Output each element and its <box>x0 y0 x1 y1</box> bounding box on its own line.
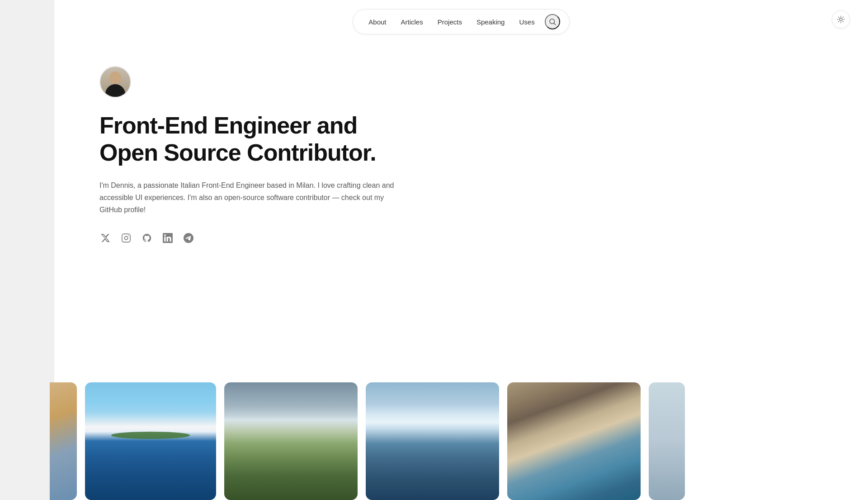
navigation: About Articles Projects Speaking Uses <box>54 0 868 39</box>
nav-item-about[interactable]: About <box>362 15 392 29</box>
photo-card-3 <box>224 382 358 500</box>
photo-strip <box>50 373 868 500</box>
instagram-icon <box>121 233 131 243</box>
photo-card-6 <box>649 382 685 500</box>
theme-toggle-button[interactable] <box>832 10 850 29</box>
avatar-body <box>105 84 125 98</box>
social-link-linkedin[interactable] <box>162 232 174 244</box>
sun-icon <box>837 15 845 24</box>
avatar-head <box>109 71 122 84</box>
svg-point-2 <box>840 18 842 21</box>
title-line-1: Front-End Engineer and <box>99 112 357 138</box>
telegram-icon <box>184 233 193 243</box>
social-links <box>99 232 416 244</box>
svg-line-10 <box>843 17 843 18</box>
svg-line-7 <box>839 17 839 18</box>
avatar <box>99 66 131 98</box>
nav-item-projects[interactable]: Projects <box>431 15 468 29</box>
svg-line-1 <box>554 23 555 24</box>
linkedin-icon <box>163 233 173 243</box>
svg-line-8 <box>843 21 843 22</box>
photo-card-4 <box>366 382 499 500</box>
photo-4-landscape <box>366 382 499 500</box>
social-link-github[interactable] <box>141 232 153 244</box>
nav-item-articles[interactable]: Articles <box>395 15 429 29</box>
svg-line-9 <box>839 21 839 22</box>
svg-point-13 <box>128 235 129 236</box>
nav-item-uses[interactable]: Uses <box>513 15 541 29</box>
svg-point-12 <box>124 236 127 239</box>
page-description: I'm Dennis, a passionate Italian Front-E… <box>99 179 407 216</box>
title-line-2: Open Source Contributor. <box>99 139 376 166</box>
left-sidebar <box>0 0 54 500</box>
photo-2-island <box>111 432 190 439</box>
nav-pill: About Articles Projects Speaking Uses <box>353 9 569 34</box>
social-link-telegram[interactable] <box>183 232 194 244</box>
avatar-container <box>99 66 416 98</box>
main-content: About Articles Projects Speaking Uses <box>54 0 868 500</box>
page-title: Front-End Engineer and Open Source Contr… <box>99 112 416 167</box>
photo-card-5 <box>507 382 641 500</box>
avatar-figure <box>100 66 130 98</box>
photo-card-1 <box>50 382 77 500</box>
svg-rect-11 <box>122 234 130 242</box>
nav-item-speaking[interactable]: Speaking <box>470 15 511 29</box>
social-link-twitter[interactable] <box>99 232 111 244</box>
search-icon <box>548 18 557 26</box>
svg-point-0 <box>550 19 555 24</box>
photo-3-landscape <box>224 382 358 500</box>
github-icon <box>142 233 152 243</box>
photo-2-landscape <box>85 382 216 500</box>
social-link-instagram[interactable] <box>120 232 132 244</box>
hero-section: Front-End Engineer and Open Source Contr… <box>54 39 461 262</box>
x-icon <box>100 233 110 243</box>
photo-5-landscape <box>507 382 641 500</box>
photo-card-2 <box>85 382 216 500</box>
search-button[interactable] <box>545 14 560 29</box>
